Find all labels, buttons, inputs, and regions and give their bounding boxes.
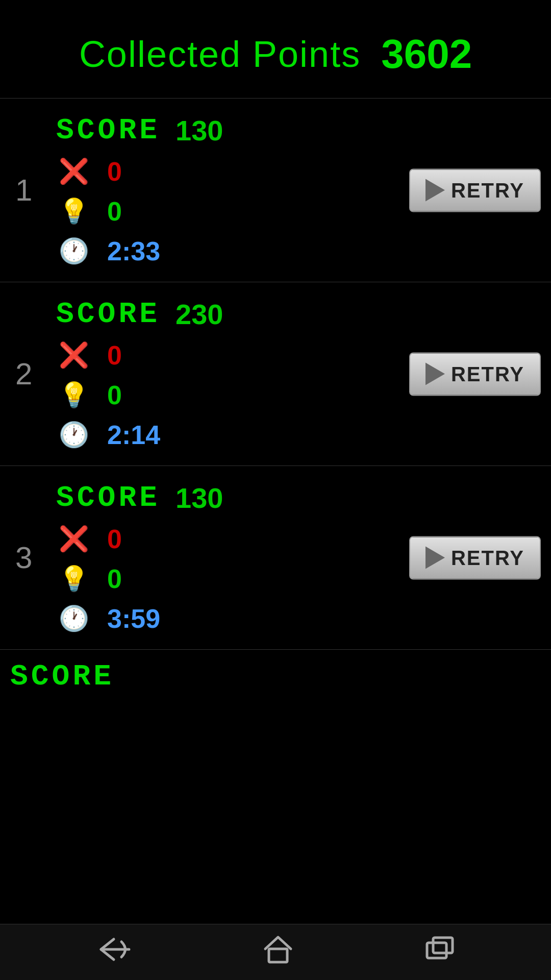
collected-points-label: Collected Points [79, 33, 361, 75]
time-value-1: 2:33 [107, 236, 160, 266]
level-number-3: 3 [10, 481, 46, 634]
hint-icon-2: 💡 [56, 381, 92, 409]
back-button[interactable] [96, 937, 132, 968]
time-icon-1: 🕐 [56, 237, 92, 265]
retry-button-2[interactable]: RETRY [409, 352, 541, 396]
svg-rect-3 [433, 938, 453, 953]
partial-score-label: SCORE [10, 660, 114, 693]
time-icon-3: 🕐 [56, 604, 92, 633]
score-label-2: SCORE [56, 298, 160, 331]
time-value-3: 3:59 [107, 603, 160, 634]
play-icon-2 [425, 363, 445, 385]
hints-value-2: 0 [107, 380, 122, 410]
nav-bar [0, 924, 551, 980]
score-row-2: SCORE 230 [56, 298, 551, 331]
level-number-2: 2 [10, 298, 46, 450]
score-label-1: SCORE [56, 114, 160, 147]
hints-value-1: 0 [107, 196, 122, 227]
error-icon-2: ❌ [56, 341, 92, 370]
score-row-1: SCORE 130 [56, 114, 551, 147]
play-icon-1 [425, 179, 445, 202]
score-value-1: 130 [176, 114, 223, 147]
error-icon-3: ❌ [56, 525, 92, 553]
score-row-3: SCORE 130 [56, 481, 551, 514]
play-icon-3 [425, 547, 445, 569]
errors-value-2: 0 [107, 340, 122, 371]
level-row-3: 3 SCORE 130 ❌ 0 💡 0 🕐 3:59 RETRY [0, 465, 551, 649]
score-value-3: 130 [176, 481, 223, 514]
errors-value-1: 0 [107, 156, 122, 187]
score-label-3: SCORE [56, 481, 160, 514]
recents-button[interactable] [424, 935, 455, 969]
partial-level-row: SCORE [0, 649, 551, 695]
errors-value-3: 0 [107, 524, 122, 554]
level-row-2: 2 SCORE 230 ❌ 0 💡 0 🕐 2:14 RETRY [0, 282, 551, 465]
time-row-3: 🕐 3:59 [56, 603, 551, 634]
retry-label-3: RETRY [451, 546, 524, 569]
total-points-value: 3602 [381, 31, 472, 78]
time-value-2: 2:14 [107, 420, 160, 450]
time-row-2: 🕐 2:14 [56, 420, 551, 450]
hint-icon-1: 💡 [56, 197, 92, 226]
hints-value-3: 0 [107, 564, 122, 594]
retry-button-1[interactable]: RETRY [409, 168, 541, 212]
score-value-2: 230 [176, 298, 223, 331]
hint-icon-3: 💡 [56, 565, 92, 593]
svg-rect-2 [427, 943, 446, 958]
retry-label-1: RETRY [451, 179, 524, 202]
time-icon-2: 🕐 [56, 421, 92, 449]
level-row-1: 1 SCORE 130 ❌ 0 💡 0 🕐 2:33 RETRY [0, 98, 551, 282]
retry-label-2: RETRY [451, 362, 524, 385]
svg-rect-1 [269, 949, 287, 962]
header: Collected Points 3602 [0, 0, 551, 98]
retry-button-3[interactable]: RETRY [409, 536, 541, 579]
time-row-1: 🕐 2:33 [56, 236, 551, 266]
level-number-1: 1 [10, 114, 46, 266]
error-icon-1: ❌ [56, 157, 92, 186]
home-button[interactable] [263, 935, 293, 970]
